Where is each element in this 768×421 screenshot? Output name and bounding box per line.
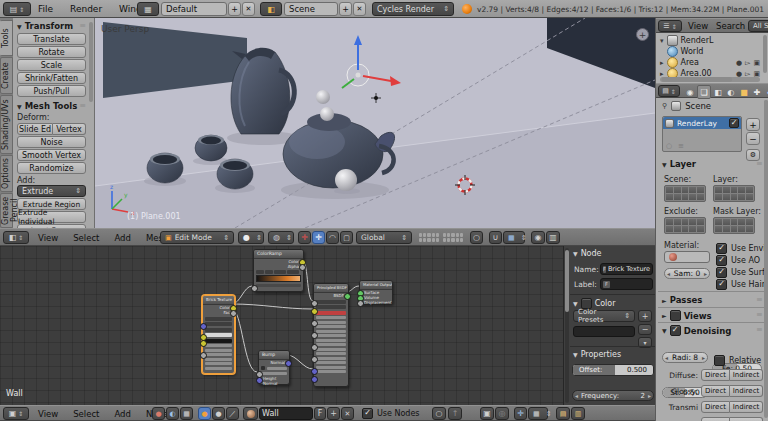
pivot-point-dropdown[interactable]: ◍	[268, 231, 294, 244]
scene-add-button[interactable]: +	[339, 2, 352, 16]
display-mode-dropdown[interactable]: All Sc	[748, 20, 768, 32]
node-panel-header[interactable]: Node	[573, 249, 602, 258]
render-engine-selector[interactable]: Cycles Render	[372, 2, 454, 16]
list-grip-icon[interactable]: ≡	[678, 142, 684, 150]
rotate-button[interactable]: Rotate	[17, 46, 86, 58]
denoise-radius-field[interactable]: Radi: 8	[662, 352, 708, 363]
material-unlink-button[interactable]: ✕	[341, 407, 354, 420]
layout-add-button[interactable]: +	[228, 2, 241, 16]
passes-panel-header[interactable]: Passes	[662, 295, 702, 305]
auto-render-button[interactable]: ◎	[495, 407, 509, 420]
pin-small-icon[interactable]: ⚲	[662, 102, 667, 110]
offset-slider[interactable]: Offset: 0.500	[572, 364, 654, 376]
editor-type-button-properties[interactable]: ▤ ⇕	[658, 85, 680, 97]
principled-socket-clearcoat-normal-in[interactable]	[311, 376, 318, 383]
extrude-individual-button[interactable]: Extrude Individual	[17, 211, 86, 223]
copy-nodes-button[interactable]: ▤	[556, 407, 570, 420]
screen-layout-icon-button[interactable]: ▦	[137, 2, 159, 16]
node-view-menu[interactable]: View	[36, 409, 60, 419]
menu-file[interactable]: File	[36, 4, 55, 14]
outliner-hscroll-track[interactable]	[660, 77, 760, 82]
scene-layers-grid[interactable]	[664, 185, 706, 202]
subsurface-direct-button[interactable]	[701, 417, 730, 421]
tab-shading-uvs[interactable]: Shading/UVs	[0, 95, 13, 154]
editor-type-button-info[interactable]: ▤ ⇕	[3, 2, 31, 16]
parent-node-tree-button[interactable]: ↑	[448, 407, 462, 420]
transmission-indirect-button[interactable]: Indirect	[730, 401, 763, 413]
push-pull-button[interactable]: Push/Pull	[17, 85, 86, 97]
glossy-direct-button[interactable]: Direct	[701, 385, 730, 397]
use-hair-checkbox[interactable]	[716, 279, 727, 290]
brick-color1-swatch[interactable]	[205, 333, 232, 337]
randomize-button[interactable]: Randomize	[17, 162, 86, 174]
use-ao-row[interactable]: Use AO	[716, 255, 760, 266]
manipulator-toggle[interactable]: ✛	[298, 231, 311, 244]
denoising-panel-header[interactable]: Denoising	[662, 325, 731, 336]
node-colorramp[interactable]: ColorRamp Color Alpha	[253, 249, 304, 292]
bump-socket-normal-out[interactable]	[285, 360, 292, 367]
tab-constraints[interactable]: ✚	[751, 86, 763, 98]
large-sphere-object[interactable]	[335, 169, 357, 191]
noise-button[interactable]: Noise	[17, 136, 86, 148]
n-panel-scroll-track[interactable]	[565, 248, 569, 403]
samples-field[interactable]: Sam: 0	[664, 268, 710, 279]
tab-grease-pencil[interactable]: Grease Pencil	[0, 193, 13, 228]
layer-panel-grip[interactable]: ≡	[756, 159, 763, 168]
layer-remove-button[interactable]: −	[746, 132, 760, 145]
mask-layers-grid[interactable]	[713, 217, 755, 234]
bump-socket-normal-in[interactable]	[256, 377, 263, 384]
screen-layout-selector[interactable]: Default	[161, 2, 227, 16]
node-label-field[interactable]: F	[600, 278, 653, 290]
node-editor[interactable]: ColorRamp Color Alpha Brick Texture Colo…	[0, 246, 655, 405]
principled-socket-in-5[interactable]	[311, 356, 318, 363]
outliner-hscroll-thumb[interactable]	[662, 77, 732, 82]
brick-socket-scale-in[interactable]	[200, 352, 207, 359]
slide-vertex-button[interactable]: Vertex	[53, 123, 86, 135]
snap-element-dropdown[interactable]: ▦	[503, 231, 525, 244]
properties-scroll-thumb[interactable]	[764, 100, 768, 310]
slide-edge-button[interactable]: Slide Ed	[17, 123, 53, 135]
socket-alpha-out[interactable]	[299, 264, 306, 271]
preset-add-button[interactable]: +	[638, 310, 652, 322]
add-menu[interactable]: Add	[112, 233, 132, 243]
node-snap-button[interactable]: ✛	[514, 407, 527, 420]
diffuse-indirect-button[interactable]: Indirect	[730, 369, 763, 381]
backdrop-button[interactable]: ▣	[480, 407, 494, 420]
outliner-item-world[interactable]: ▸ World	[656, 46, 768, 57]
menu-render[interactable]: Render	[68, 4, 104, 14]
lock-to-scene-button[interactable]: ○	[470, 231, 483, 244]
mode-dropdown[interactable]: ▣ Edit Mode	[160, 231, 234, 244]
relative-checkbox[interactable]	[714, 355, 725, 366]
tab-world[interactable]: ◐	[725, 86, 737, 98]
tab-data[interactable]: ◆	[764, 86, 768, 98]
manipulator-scale-button[interactable]: ▢	[340, 231, 353, 244]
views-panel-header[interactable]: Views	[662, 310, 712, 321]
tab-options[interactable]: Options	[0, 155, 13, 192]
passes-panel-grip[interactable]: ≡	[756, 295, 763, 304]
transmission-direct-button[interactable]: Direct	[701, 401, 730, 413]
principled-socket-in-1[interactable]	[311, 300, 318, 307]
properties-panel-header[interactable]: Properties	[573, 350, 621, 359]
viewport-shading-dropdown[interactable]: ●	[238, 231, 264, 244]
shrink-fatten-button[interactable]: Shrink/Fatten	[17, 72, 86, 84]
small-sphere-object[interactable]	[316, 90, 330, 104]
editor-type-button-3dview[interactable]: ◧ ⇕	[3, 231, 29, 244]
use-surfaces-row[interactable]: Use Surf	[716, 267, 765, 278]
brick-color2-swatch[interactable]	[205, 339, 232, 343]
material-preview-button[interactable]	[243, 407, 258, 420]
extrude-dropdown[interactable]: Extrude	[17, 185, 86, 197]
panel-grip-icon-2[interactable]: ≡	[79, 101, 86, 110]
output-socket-displacement-in[interactable]	[357, 300, 364, 307]
expand-icon[interactable]: ▸	[660, 59, 664, 67]
use-surfaces-checkbox[interactable]	[716, 267, 727, 278]
layout-delete-button[interactable]: ✕	[242, 2, 255, 16]
editor-type-button-nodes[interactable]: ▣ ⇕	[3, 407, 29, 420]
brick-socket-color2-in[interactable]	[200, 340, 207, 347]
outliner-item-renderlayers[interactable]: ▾ RenderL	[656, 35, 768, 46]
frequency-field[interactable]: Frequency: 2	[572, 390, 654, 401]
scale-button[interactable]: Scale	[17, 59, 86, 71]
socket-fac-in[interactable]	[251, 285, 258, 292]
layers-widget-b[interactable]	[442, 232, 464, 243]
scene-icon-button[interactable]: ◧	[260, 2, 282, 16]
color-value-field[interactable]	[573, 326, 635, 337]
